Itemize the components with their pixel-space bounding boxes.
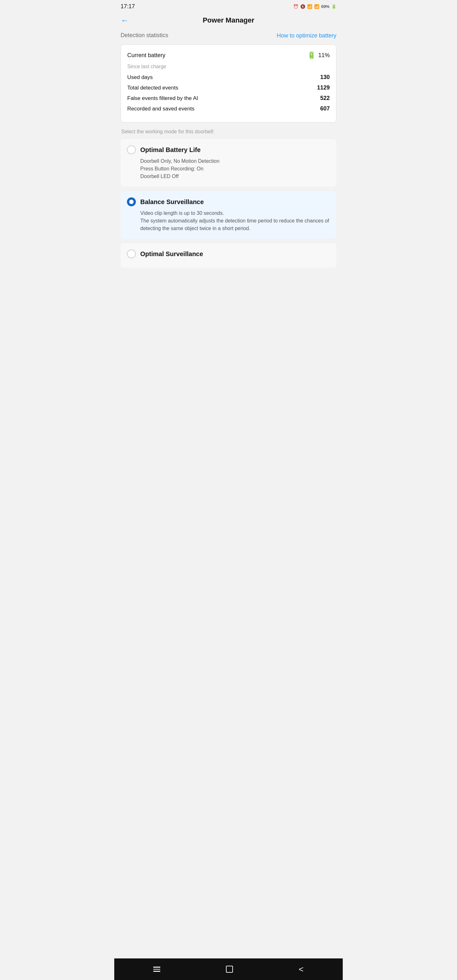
radio-balance-surveillance[interactable]: ✓ xyxy=(127,197,136,206)
detection-stats-title: Detection statistics xyxy=(121,32,168,39)
stat-row-recorded-events: Recorded and saved events 607 xyxy=(127,105,330,112)
mode-card-optimal-surveillance[interactable]: Optimal Surveillance xyxy=(121,243,336,268)
mode-header-optimal-battery: Optimal Battery Life xyxy=(127,145,330,154)
working-mode-label: Select the working mode for this doorbel… xyxy=(121,129,336,135)
mode-desc-optimal-battery: Doorbell Only, No Motion DetectionPress … xyxy=(140,158,330,180)
page-title: Power Manager xyxy=(203,16,255,24)
stat-label-used-days: Used days xyxy=(127,74,153,81)
mode-header-optimal-surveillance: Optimal Surveillance xyxy=(127,250,330,258)
battery-value-group: 🔋 11% xyxy=(307,51,330,59)
stat-row-total-events: Total detected events 1129 xyxy=(127,84,330,91)
page-header: ← Power Manager xyxy=(114,12,343,29)
mode-title-balance: Balance Surveillance xyxy=(140,198,204,206)
back-button[interactable]: ← xyxy=(121,16,129,25)
mode-title-optimal-battery: Optimal Battery Life xyxy=(140,146,201,154)
status-bar: 17:17 ⏰ 🔇 📶 📶 69% 🔋 xyxy=(114,0,343,12)
stat-row-used-days: Used days 130 xyxy=(127,74,330,81)
battery-status-icon: 🔋 xyxy=(307,51,316,59)
battery-percentage: 11% xyxy=(318,52,330,59)
main-content: Detection statistics How to optimize bat… xyxy=(114,29,343,278)
stat-row-false-events: False events filtered by the AI 522 xyxy=(127,95,330,102)
battery-row: Current battery 🔋 11% xyxy=(127,51,330,59)
stat-label-total-events: Total detected events xyxy=(127,85,178,91)
stat-value-recorded-events: 607 xyxy=(320,105,330,112)
mute-icon: 🔇 xyxy=(300,4,305,9)
wifi-icon: 📶 xyxy=(307,4,312,9)
battery-percent: 69% xyxy=(321,4,330,9)
signal-icon: 📶 xyxy=(314,4,319,9)
stat-label-recorded-events: Recorded and saved events xyxy=(127,106,194,112)
stat-value-false-events: 522 xyxy=(320,95,330,102)
stat-value-total-events: 1129 xyxy=(317,84,330,91)
stats-card: Current battery 🔋 11% Since last charge … xyxy=(121,45,336,123)
status-time: 17:17 xyxy=(121,3,135,10)
mode-desc-balance: Video clip length is up to 30 seconds. T… xyxy=(140,210,330,232)
checkmark-icon: ✓ xyxy=(129,199,134,204)
mode-title-optimal-surveillance: Optimal Surveillance xyxy=(140,250,203,258)
mode-card-balance-surveillance[interactable]: ✓ Balance Surveillance Video clip length… xyxy=(121,191,336,239)
since-label: Since last charge xyxy=(127,64,330,70)
radio-optimal-surveillance[interactable] xyxy=(127,250,136,258)
status-icons: ⏰ 🔇 📶 📶 69% 🔋 xyxy=(293,4,336,9)
stat-value-used-days: 130 xyxy=(320,74,330,81)
battery-label: Current battery xyxy=(127,52,166,59)
alarm-icon: ⏰ xyxy=(293,4,298,9)
radio-optimal-battery[interactable] xyxy=(127,145,136,154)
battery-icon: 🔋 xyxy=(331,4,336,9)
mode-header-balance: ✓ Balance Surveillance xyxy=(127,197,330,206)
mode-card-optimal-battery[interactable]: Optimal Battery Life Doorbell Only, No M… xyxy=(121,139,336,187)
detection-header: Detection statistics How to optimize bat… xyxy=(121,32,336,39)
optimize-link[interactable]: How to optimize battery xyxy=(277,32,336,39)
stat-label-false-events: False events filtered by the AI xyxy=(127,95,198,102)
